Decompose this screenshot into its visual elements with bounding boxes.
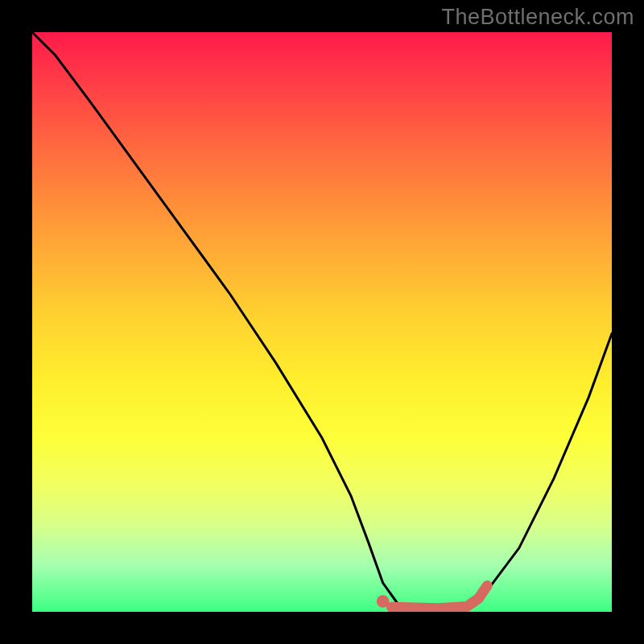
marker-dot	[377, 595, 390, 608]
watermark-text: TheBottleneck.com	[441, 5, 634, 30]
marker-trail	[391, 586, 487, 609]
bottleneck-curve-path	[32, 32, 612, 612]
chart-frame: TheBottleneck.com	[0, 0, 644, 644]
plot-area	[32, 32, 612, 612]
bottleneck-curve-svg	[32, 32, 612, 612]
